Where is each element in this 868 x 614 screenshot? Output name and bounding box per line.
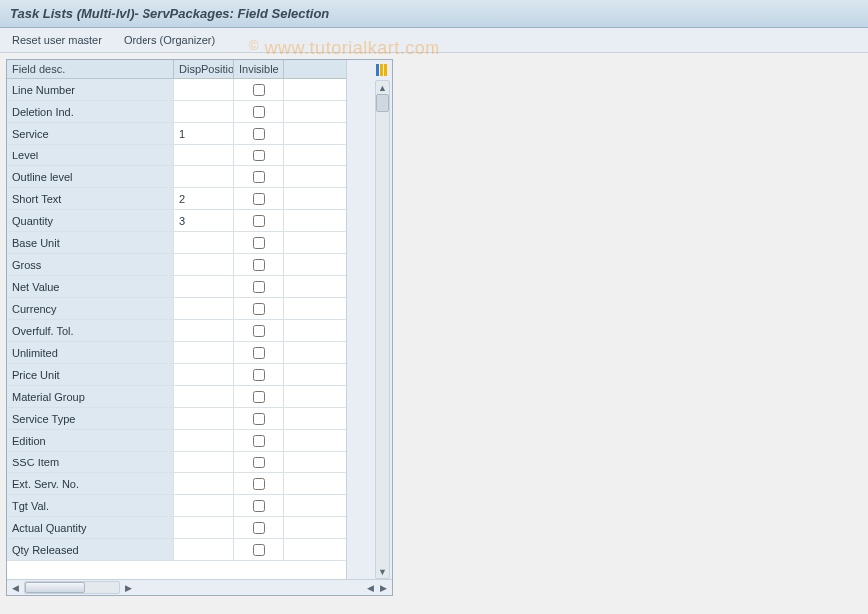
header-invisible[interactable]: Invisible [234, 60, 284, 78]
cell-field-desc[interactable]: Actual Quantity [7, 517, 174, 538]
cell-field-desc[interactable]: Edition [7, 430, 174, 451]
cell-field-desc[interactable]: Ext. Serv. No. [7, 473, 174, 494]
cell-disp-position[interactable] [174, 145, 234, 165]
cell-disp-position[interactable] [174, 166, 234, 187]
invisible-checkbox[interactable] [253, 478, 265, 490]
invisible-checkbox[interactable] [253, 303, 265, 315]
table-row[interactable]: SSC Item [7, 452, 346, 473]
cell-disp-position[interactable] [174, 495, 234, 516]
table-row[interactable]: Deletion Ind. [7, 101, 346, 123]
cell-disp-position[interactable] [174, 517, 234, 538]
orders-organizer-button[interactable]: Orders (Organizer) [120, 32, 219, 48]
invisible-checkbox[interactable] [253, 237, 265, 249]
cell-field-desc[interactable]: Tgt Val. [7, 495, 174, 516]
table-settings-icon[interactable] [375, 63, 389, 77]
cell-disp-position[interactable] [174, 254, 234, 275]
table-row[interactable]: Actual Quantity [7, 517, 346, 539]
cell-field-desc[interactable]: Unlimited [7, 342, 174, 363]
invisible-checkbox[interactable] [253, 435, 265, 447]
invisible-checkbox[interactable] [253, 413, 265, 425]
cell-field-desc[interactable]: Quantity [7, 210, 174, 231]
table-row[interactable]: Material Group [7, 386, 346, 408]
invisible-checkbox[interactable] [253, 369, 265, 381]
cell-disp-position[interactable] [174, 232, 234, 253]
table-row[interactable]: Base Unit [7, 232, 346, 254]
reset-user-master-button[interactable]: Reset user master [8, 32, 106, 48]
table-row[interactable]: Net Value [7, 276, 346, 298]
cell-disp-position[interactable]: 3 [174, 210, 234, 231]
table-row[interactable]: Qty Released [7, 539, 346, 561]
cell-disp-position[interactable] [174, 408, 234, 429]
cell-disp-position[interactable] [174, 539, 234, 560]
table-row[interactable]: Service1 [7, 123, 346, 145]
scroll-right-inner-icon[interactable]: ▶ [122, 581, 135, 594]
cell-field-desc[interactable]: Base Unit [7, 232, 174, 253]
invisible-checkbox[interactable] [253, 106, 265, 118]
cell-field-desc[interactable]: Currency [7, 298, 174, 319]
cell-disp-position[interactable] [174, 320, 234, 341]
table-row[interactable]: Short Text2 [7, 188, 346, 210]
header-field-desc[interactable]: Field desc. [7, 60, 174, 78]
hscroll-thumb[interactable] [25, 582, 85, 593]
cell-field-desc[interactable]: Level [7, 145, 174, 165]
table-row[interactable]: Level [7, 145, 346, 166]
header-disp-position[interactable]: DispPosition [174, 60, 234, 78]
table-row[interactable]: Gross [7, 254, 346, 276]
vertical-scrollbar[interactable]: ▲ ▼ [375, 80, 390, 579]
vscroll-track[interactable] [376, 94, 389, 565]
cell-disp-position[interactable]: 1 [174, 123, 234, 144]
invisible-checkbox[interactable] [253, 193, 265, 205]
vscroll-thumb[interactable] [376, 94, 389, 112]
invisible-checkbox[interactable] [253, 500, 265, 512]
cell-field-desc[interactable]: Line Number [7, 79, 174, 100]
cell-field-desc[interactable]: Service Type [7, 408, 174, 429]
cell-field-desc[interactable]: Overfulf. Tol. [7, 320, 174, 341]
invisible-checkbox[interactable] [253, 259, 265, 271]
cell-disp-position[interactable] [174, 452, 234, 472]
invisible-checkbox[interactable] [253, 544, 265, 556]
invisible-checkbox[interactable] [253, 150, 265, 161]
invisible-checkbox[interactable] [253, 457, 265, 468]
table-row[interactable]: Unlimited [7, 342, 346, 364]
cell-disp-position[interactable] [174, 79, 234, 100]
table-row[interactable]: Quantity3 [7, 210, 346, 232]
table-row[interactable]: Ext. Serv. No. [7, 473, 346, 495]
invisible-checkbox[interactable] [253, 522, 265, 534]
table-row[interactable]: Overfulf. Tol. [7, 320, 346, 342]
cell-disp-position[interactable] [174, 298, 234, 319]
cell-disp-position[interactable] [174, 430, 234, 451]
invisible-checkbox[interactable] [253, 281, 265, 293]
invisible-checkbox[interactable] [253, 84, 265, 96]
scroll-left-end-icon[interactable]: ◀ [364, 581, 377, 594]
cell-field-desc[interactable]: Gross [7, 254, 174, 275]
invisible-checkbox[interactable] [253, 171, 265, 183]
scroll-down-icon[interactable]: ▼ [376, 565, 389, 578]
scroll-right-end-icon[interactable]: ▶ [377, 581, 390, 594]
cell-field-desc[interactable]: SSC Item [7, 452, 174, 472]
cell-field-desc[interactable]: Qty Released [7, 539, 174, 560]
cell-disp-position[interactable]: 2 [174, 188, 234, 209]
cell-disp-position[interactable] [174, 101, 234, 122]
table-row[interactable]: Outline level [7, 166, 346, 188]
scroll-left-icon[interactable]: ◀ [9, 581, 22, 594]
invisible-checkbox[interactable] [253, 391, 265, 403]
horizontal-scrollbar[interactable]: ◀ ▶ ◀ ▶ [7, 579, 392, 595]
table-row[interactable]: Price Unit [7, 364, 346, 386]
table-row[interactable]: Edition [7, 430, 346, 452]
cell-field-desc[interactable]: Service [7, 123, 174, 144]
hscroll-track-left[interactable] [24, 581, 120, 594]
cell-field-desc[interactable]: Material Group [7, 386, 174, 407]
cell-field-desc[interactable]: Outline level [7, 166, 174, 187]
cell-disp-position[interactable] [174, 364, 234, 385]
invisible-checkbox[interactable] [253, 215, 265, 227]
cell-field-desc[interactable]: Deletion Ind. [7, 101, 174, 122]
table-row[interactable]: Currency [7, 298, 346, 320]
cell-field-desc[interactable]: Net Value [7, 276, 174, 297]
cell-field-desc[interactable]: Short Text [7, 188, 174, 209]
invisible-checkbox[interactable] [253, 347, 265, 359]
cell-disp-position[interactable] [174, 276, 234, 297]
invisible-checkbox[interactable] [253, 325, 265, 337]
table-row[interactable]: Service Type [7, 408, 346, 430]
invisible-checkbox[interactable] [253, 128, 265, 140]
scroll-up-icon[interactable]: ▲ [376, 81, 389, 94]
